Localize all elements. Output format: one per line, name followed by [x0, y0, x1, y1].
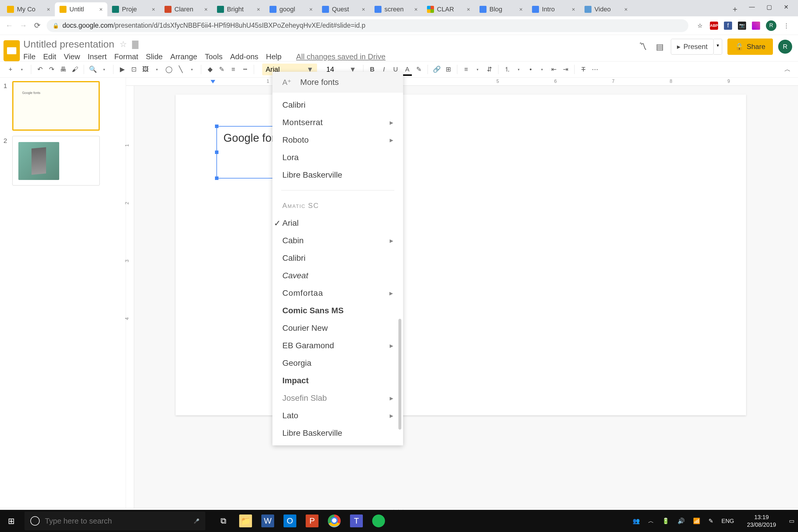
purple-extension-icon[interactable]: [752, 22, 760, 30]
zoom-dropdown[interactable]: ▼: [99, 64, 110, 75]
close-tab-icon[interactable]: ×: [204, 6, 208, 13]
ruler-marker[interactable]: [211, 80, 215, 83]
browser-tab[interactable]: My Co×: [2, 2, 55, 16]
font-item-comic-sans-ms[interactable]: Comic Sans MS: [272, 302, 403, 319]
font-item-montserrat[interactable]: Montserrat▶: [272, 114, 403, 131]
paint-format-button[interactable]: 🖌: [70, 64, 80, 75]
resize-handle[interactable]: [215, 151, 218, 154]
back-button[interactable]: ←: [5, 21, 14, 30]
close-tab-icon[interactable]: ×: [362, 6, 365, 13]
powerpoint-icon[interactable]: P: [306, 514, 319, 527]
align-dropdown[interactable]: ▼: [473, 64, 483, 75]
comments-icon[interactable]: ▤: [654, 41, 666, 53]
windows-search[interactable]: 🎤: [24, 512, 205, 530]
close-tab-icon[interactable]: ×: [414, 6, 418, 13]
slide-thumbnail-1[interactable]: Google fonts: [12, 81, 100, 131]
bulleted-list-button[interactable]: •: [525, 64, 536, 75]
redo-button[interactable]: ↷: [46, 64, 57, 75]
volume-tray-icon[interactable]: 🔊: [678, 517, 685, 525]
mic-icon[interactable]: 🎤: [194, 518, 200, 524]
close-tab-icon[interactable]: ×: [572, 6, 575, 13]
align-button[interactable]: ≡: [461, 64, 471, 75]
start-button[interactable]: ⊞: [0, 510, 22, 532]
browser-tab[interactable]: Quest×: [317, 2, 370, 16]
browser-tab[interactable]: Claren×: [160, 2, 212, 16]
star-icon[interactable]: ☆: [119, 39, 127, 49]
menu-slide[interactable]: Slide: [146, 52, 163, 61]
menu-add-ons[interactable]: Add-ons: [230, 52, 259, 61]
browser-profile-avatar[interactable]: R: [766, 20, 776, 31]
horizontal-ruler[interactable]: 1 5 6 7 8 9: [126, 78, 798, 86]
font-item-courier-new[interactable]: Courier New: [272, 319, 403, 337]
menu-help[interactable]: Help: [266, 52, 282, 61]
undo-button[interactable]: ↶: [35, 64, 45, 75]
decrease-indent-button[interactable]: ⇤: [549, 64, 559, 75]
save-status[interactable]: All changes saved in Drive: [296, 52, 385, 61]
font-item-josefin-slab[interactable]: Josefin Slab▶: [272, 390, 403, 407]
more-fonts-item[interactable]: A⁺ More fonts: [272, 72, 403, 93]
zoom-button[interactable]: 🔍: [88, 64, 98, 75]
new-slide-dropdown[interactable]: ▼: [17, 64, 27, 75]
file-explorer-icon[interactable]: 📁: [239, 514, 252, 527]
font-item-calibri[interactable]: Calibri: [272, 249, 403, 267]
people-tray-icon[interactable]: 👥: [633, 517, 640, 525]
browser-tab[interactable]: googl×: [265, 2, 317, 16]
font-item-arial[interactable]: ✓Arial: [272, 214, 403, 232]
tray-expand-icon[interactable]: ︿: [648, 517, 654, 525]
reload-button[interactable]: ⟳: [33, 21, 42, 30]
font-item-cabin[interactable]: Cabin▶: [272, 232, 403, 249]
close-tab-icon[interactable]: ×: [47, 6, 50, 13]
present-button[interactable]: ▸ Present: [671, 39, 714, 55]
close-tab-icon[interactable]: ×: [519, 6, 522, 13]
menu-edit[interactable]: Edit: [43, 52, 56, 61]
print-button[interactable]: 🖶: [58, 64, 69, 75]
font-item-lato[interactable]: Lato▶: [272, 407, 403, 424]
line-tool[interactable]: ╲: [175, 64, 186, 75]
menu-format[interactable]: Format: [114, 52, 138, 61]
chrome-icon[interactable]: [328, 514, 341, 527]
battery-tray-icon[interactable]: 🔋: [662, 517, 669, 525]
bulleted-list-dropdown[interactable]: ▼: [537, 64, 548, 75]
menu-file[interactable]: File: [23, 52, 36, 61]
font-item-impact[interactable]: Impact: [272, 372, 403, 390]
border-color-button[interactable]: ✎: [216, 64, 227, 75]
browser-tab[interactable]: Proje×: [107, 2, 160, 16]
clear-formatting-button[interactable]: T: [578, 64, 589, 75]
facebook-extension-icon[interactable]: f: [724, 22, 732, 30]
comment-button[interactable]: ⊞: [443, 64, 454, 75]
link-button[interactable]: 🔗: [431, 64, 442, 75]
close-tab-icon[interactable]: ×: [99, 6, 103, 13]
font-item-caveat[interactable]: Caveat: [272, 267, 403, 284]
font-item-libre-baskerville[interactable]: Libre Baskerville: [272, 424, 403, 442]
browser-tab[interactable]: Intro×: [527, 2, 580, 16]
forward-button[interactable]: →: [19, 21, 28, 30]
image-dropdown[interactable]: ▼: [152, 64, 163, 75]
new-tab-button[interactable]: +: [728, 2, 742, 16]
close-window-button[interactable]: ✕: [784, 3, 788, 11]
notifications-tray-icon[interactable]: ▭: [789, 517, 795, 525]
task-view-icon[interactable]: ⧉: [217, 514, 230, 527]
browser-tab[interactable]: Bright×: [212, 2, 265, 16]
camera-extension-icon[interactable]: 📷: [738, 22, 746, 30]
shape-tool[interactable]: ◯: [164, 64, 174, 75]
url-bar[interactable]: 🔒 docs.google.com/presentation/d/1dsXfyc…: [47, 19, 688, 32]
close-tab-icon[interactable]: ×: [309, 6, 313, 13]
font-item-amatic-sc[interactable]: Amatic SC: [272, 197, 403, 214]
pen-tray-icon[interactable]: ✎: [708, 517, 714, 525]
select-tool[interactable]: ▶: [117, 64, 128, 75]
increase-indent-button[interactable]: ⇥: [560, 64, 571, 75]
font-item-libre-baskerville[interactable]: Libre Baskerville: [272, 166, 403, 184]
highlight-button[interactable]: ✎: [414, 64, 424, 75]
outlook-icon[interactable]: O: [284, 514, 296, 527]
new-slide-button[interactable]: +: [5, 64, 16, 75]
fill-color-button[interactable]: ◆: [205, 64, 215, 75]
browser-tab[interactable]: Video×: [580, 2, 632, 16]
font-item-roboto[interactable]: Roboto▶: [272, 131, 403, 149]
spotify-icon[interactable]: [372, 514, 385, 527]
account-avatar[interactable]: R: [778, 40, 792, 54]
line-dropdown[interactable]: ▼: [187, 64, 197, 75]
numbered-list-button[interactable]: ⒈: [502, 64, 512, 75]
search-input[interactable]: [45, 516, 188, 526]
image-tool[interactable]: 🖼: [140, 64, 151, 75]
textbox-tool[interactable]: ⊡: [129, 64, 139, 75]
